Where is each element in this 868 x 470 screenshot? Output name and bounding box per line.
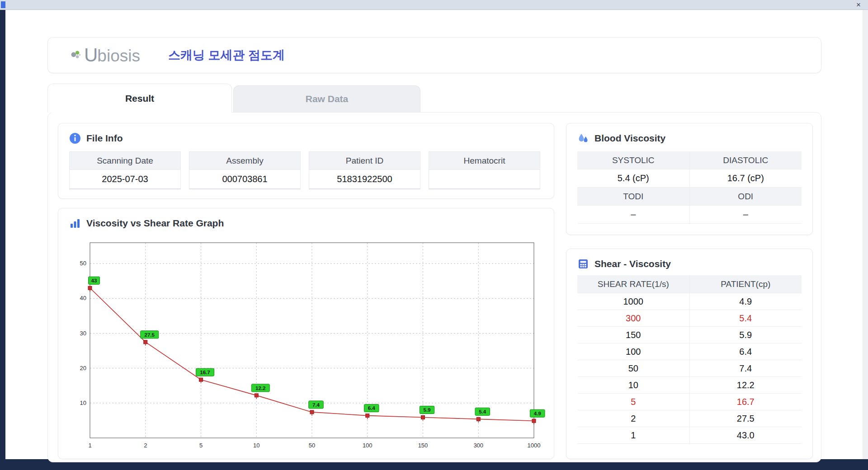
todi-value: –	[577, 206, 689, 224]
column-shear-rate: SHEAR RATE(1/s)	[577, 275, 689, 293]
table-row: – –	[577, 206, 802, 224]
svg-text:100: 100	[363, 442, 373, 449]
svg-text:30: 30	[80, 330, 86, 337]
table-row: 1000 4.9	[577, 293, 802, 310]
field-label: Patient ID	[309, 152, 420, 170]
shear-rate-value: 300	[577, 310, 689, 327]
table-row: 150 5.9	[577, 327, 802, 343]
svg-text:12.2: 12.2	[255, 385, 265, 391]
field-patient-id: Patient ID 51831922500	[309, 151, 420, 189]
shear-viscosity-table: SHEAR RATE(1/s) PATIENT(cp) 1000 4.9 300…	[577, 275, 802, 444]
field-label: Assembly	[189, 152, 300, 170]
table-row: 1 43.0	[577, 427, 802, 444]
info-icon	[69, 132, 81, 144]
shear-viscosity-title: Shear - Viscosity	[594, 258, 671, 269]
field-hematocrit: Hematocrit	[429, 151, 540, 189]
ubiosis-logo-icon	[70, 49, 81, 61]
tab-result[interactable]: Result	[47, 84, 232, 113]
blood-viscosity-card: Blood Viscosity SYSTOLIC DIASTOLIC 5.4 (…	[566, 123, 813, 235]
table-row: 50 7.4	[577, 360, 802, 377]
svg-text:16.7: 16.7	[200, 370, 210, 375]
blood-viscosity-table: SYSTOLIC DIASTOLIC 5.4 (cP) 16.7 (cP) TO…	[577, 151, 802, 224]
field-assembly: Assembly 000703861	[189, 151, 301, 189]
svg-text:6.4: 6.4	[368, 405, 376, 411]
svg-text:50: 50	[309, 442, 315, 449]
table-row: 10 12.2	[577, 377, 802, 394]
file-info-title: File Info	[86, 133, 123, 144]
shear-rate-value: 1	[577, 427, 689, 444]
viscosity-chart: 1020304050125105010015030010004327.516.7…	[67, 235, 546, 454]
svg-text:50: 50	[80, 260, 86, 267]
svg-text:2: 2	[144, 442, 147, 449]
field-value	[429, 170, 540, 188]
patient-value: 16.7	[689, 394, 802, 410]
shear-rate-value: 100	[577, 343, 689, 360]
svg-text:5: 5	[199, 442, 203, 449]
systolic-label: SYSTOLIC	[577, 151, 689, 169]
table-row: 300 5.4	[577, 310, 802, 327]
field-label: Hematocrit	[429, 152, 540, 170]
svg-text:10: 10	[253, 442, 259, 449]
odi-value: –	[689, 206, 802, 224]
shear-viscosity-card: Shear - Viscosity SHEAR RATE(1/s) PATIEN…	[566, 249, 813, 459]
shear-rate-value: 1000	[577, 293, 689, 310]
svg-text:300: 300	[473, 442, 483, 449]
diastolic-value: 16.7 (cP)	[689, 169, 802, 188]
svg-text:4.9: 4.9	[534, 411, 541, 416]
shear-rate-value: 2	[577, 410, 689, 427]
shear-rate-value: 50	[577, 360, 689, 377]
droplet-icon	[577, 132, 589, 144]
page-title: 스캐닝 모세관 점도계	[168, 47, 285, 63]
patient-value: 43.0	[689, 427, 802, 444]
field-scanning-date: Scanning Date 2025-07-03	[69, 151, 181, 189]
tab-raw-data[interactable]: Raw Data	[233, 85, 420, 112]
table-row: 5.4 (cP) 16.7 (cP)	[577, 169, 802, 188]
odi-label: ODI	[689, 188, 802, 206]
logo-text-rest: biosis	[97, 47, 140, 65]
patient-value: 7.4	[689, 360, 802, 377]
svg-text:1: 1	[88, 442, 91, 449]
patient-value: 5.4	[689, 310, 802, 327]
svg-text:5.4: 5.4	[479, 409, 486, 414]
svg-text:7.4: 7.4	[312, 402, 320, 408]
svg-text:10: 10	[80, 400, 86, 406]
table-header-row: SHEAR RATE(1/s) PATIENT(cp)	[577, 275, 802, 293]
window-accent	[1, 1, 5, 8]
patient-value: 27.5	[689, 410, 802, 427]
chart-svg: 1020304050125105010015030010004327.516.7…	[67, 235, 546, 452]
svg-text:20: 20	[80, 365, 86, 371]
column-patient: PATIENT(cp)	[689, 275, 802, 293]
svg-text:27.5: 27.5	[145, 332, 155, 338]
svg-text:5.9: 5.9	[424, 407, 431, 413]
svg-text:43: 43	[91, 278, 97, 283]
diastolic-label: DIASTOLIC	[689, 151, 802, 169]
field-value: 000703861	[189, 170, 300, 188]
table-row: TODI ODI	[577, 188, 802, 206]
brand-logo: Ubiosis	[70, 44, 140, 66]
table-row: 5 16.7	[577, 394, 802, 410]
todi-label: TODI	[577, 188, 689, 206]
close-icon[interactable]: ×	[854, 0, 863, 10]
app-header: Ubiosis 스캐닝 모세관 점도계	[47, 37, 821, 73]
svg-text:40: 40	[80, 295, 86, 301]
table-row: SYSTOLIC DIASTOLIC	[577, 151, 802, 169]
svg-text:1000: 1000	[528, 442, 541, 449]
graph-title: Viscosity vs Shear Rate Graph	[86, 218, 224, 229]
systolic-value: 5.4 (cP)	[577, 169, 689, 188]
grid-table-icon	[577, 258, 589, 270]
patient-value: 4.9	[689, 293, 802, 310]
shear-rate-value: 5	[577, 394, 689, 410]
field-value: 51831922500	[309, 170, 420, 188]
table-row: 100 6.4	[577, 343, 802, 360]
table-row: 2 27.5	[577, 410, 802, 427]
logo-text-u: U	[84, 44, 97, 66]
shear-rate-value: 10	[577, 377, 689, 394]
field-value: 2025-07-03	[70, 170, 180, 188]
shear-rate-value: 150	[577, 327, 689, 343]
field-label: Scanning Date	[70, 152, 180, 170]
bar-chart-icon	[69, 217, 81, 229]
patient-value: 5.9	[689, 327, 802, 343]
viscosity-graph-card: Viscosity vs Shear Rate Graph 1020304050…	[58, 208, 554, 459]
blood-viscosity-title: Blood Viscosity	[594, 133, 665, 144]
window-titlebar: ×	[0, 0, 868, 10]
